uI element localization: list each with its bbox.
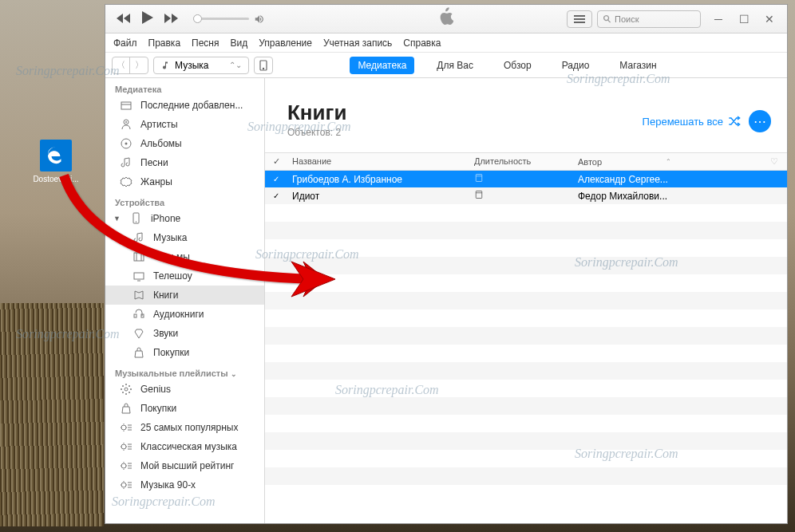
col-author[interactable]: Автор⌃: [578, 156, 761, 167]
svg-rect-45: [476, 175, 482, 182]
empty-row: [265, 380, 787, 397]
sidebar-item-Покупки[interactable]: Покупки: [105, 399, 264, 418]
sidebar-item-Телешоу[interactable]: Телешоу: [105, 266, 264, 286]
sidebar-item-Звуки[interactable]: Звуки: [105, 324, 264, 343]
sidebar-item-Последние добавлен...[interactable]: Последние добавлен...: [105, 96, 264, 115]
volume-slider[interactable]: [193, 18, 249, 20]
svg-point-27: [122, 392, 124, 393]
volume-control[interactable]: [193, 14, 265, 25]
play-button[interactable]: [142, 11, 153, 27]
table-row[interactable]: ✓Грибоедов А. ИзбранноеАлександр Сергее.…: [265, 171, 787, 187]
sidebar-item-Классическая музыка[interactable]: Классическая музыка: [105, 437, 264, 456]
bag-icon: [132, 346, 145, 359]
sidebar-item-Книги[interactable]: Книги: [105, 286, 264, 305]
menu-Учетная запись[interactable]: Учетная запись: [323, 37, 392, 49]
book-icon: [132, 289, 145, 301]
menu-Управление[interactable]: Управление: [259, 37, 312, 49]
empty-row: [265, 327, 787, 345]
search-input[interactable]: Поиск: [597, 10, 701, 28]
phone-icon: [259, 60, 267, 71]
sidebar-section: Устройства: [105, 191, 264, 209]
svg-rect-16: [134, 273, 144, 279]
empty-row: [265, 415, 787, 432]
menu-Песня[interactable]: Песня: [192, 37, 219, 49]
sidebar-item-Genius[interactable]: Genius: [105, 380, 264, 399]
sidebar-item-Аудиокниги[interactable]: Аудиокниги: [105, 305, 264, 324]
apple-logo-icon: [438, 7, 454, 31]
menu-Вид[interactable]: Вид: [231, 37, 248, 49]
close-button[interactable]: ✕: [757, 5, 782, 33]
empty-row: [265, 222, 787, 239]
sidebar-section: Музыкальные плейлисты ⌄: [105, 362, 264, 380]
genius-icon: [120, 383, 132, 396]
content-area: Книги Объектов: 2 Перемешать все ⋯ ✓ Наз…: [265, 78, 787, 523]
forward-button[interactable]: 〉: [130, 57, 148, 73]
empty-row: [265, 397, 787, 415]
tab-Медиатека[interactable]: Медиатека: [350, 57, 414, 74]
menu-Справка[interactable]: Справка: [403, 37, 441, 49]
sidebar-item-Мой высший рейтинг[interactable]: Мой высший рейтинг: [105, 456, 264, 475]
minimize-button[interactable]: ─: [706, 5, 731, 33]
sort-caret-icon: ⌃: [666, 158, 671, 165]
svg-rect-18: [134, 314, 136, 317]
svg-point-26: [129, 385, 130, 387]
desktop-file-icon[interactable]: Dostoevski...: [32, 140, 80, 183]
tab-Магазин[interactable]: Магазин: [611, 57, 664, 74]
col-favorite[interactable]: ♡: [761, 156, 787, 167]
svg-point-25: [122, 385, 124, 387]
sidebar[interactable]: МедиатекаПоследние добавлен...АртистыАль…: [105, 78, 265, 523]
col-duration[interactable]: Длительность: [474, 156, 578, 167]
svg-point-23: [121, 388, 122, 390]
sidebar-item-Фильмы[interactable]: Фильмы: [105, 247, 264, 266]
volume-icon: [254, 14, 265, 25]
media-type-selector[interactable]: Музыка ⌃⌄: [153, 57, 249, 74]
back-button[interactable]: 〈: [113, 57, 130, 73]
sidebar-section: Медиатека: [105, 78, 264, 96]
svg-point-10: [125, 143, 128, 145]
nav-buttons: 〈 〉: [112, 57, 148, 74]
sidebar-item-Покупки[interactable]: Покупки: [105, 343, 264, 362]
device-button[interactable]: [254, 57, 273, 74]
table-body[interactable]: ✓Грибоедов А. ИзбранноеАлександр Сергее.…: [265, 171, 787, 523]
col-check[interactable]: ✓: [265, 156, 287, 167]
playback-controls: [105, 11, 179, 27]
next-button[interactable]: [164, 12, 179, 26]
more-button[interactable]: ⋯: [749, 110, 771, 132]
sidebar-item-Музыка 90-х[interactable]: Музыка 90-х: [105, 475, 264, 495]
sidebar-item-Песни[interactable]: Песни: [105, 153, 264, 172]
chevron-icon: ⌃⌄: [229, 61, 242, 69]
search-icon: [603, 14, 611, 23]
empty-row: [265, 467, 787, 485]
svg-point-29: [121, 425, 126, 430]
menu-Правка[interactable]: Правка: [148, 37, 181, 49]
gear-list-icon: [120, 440, 132, 453]
empty-row: [265, 309, 787, 327]
list-view-button[interactable]: [567, 10, 592, 28]
sidebar-item-Жанры[interactable]: Жанры: [105, 172, 264, 191]
prev-button[interactable]: [117, 12, 131, 26]
sidebar-device[interactable]: ▼iPhone: [105, 209, 264, 228]
table-row[interactable]: ✓ИдиотФедор Михайлови...: [265, 187, 787, 204]
svg-point-28: [129, 392, 130, 393]
sidebar-item-Альбомы[interactable]: Альбомы: [105, 134, 264, 153]
recent-icon: [120, 99, 132, 112]
tab-Радио[interactable]: Радио: [554, 57, 598, 74]
svg-point-41: [121, 483, 126, 487]
col-name[interactable]: Название: [287, 156, 474, 167]
film-icon: [132, 250, 145, 263]
sidebar-item-Музыка[interactable]: Музыка: [105, 228, 264, 247]
maximize-button[interactable]: ☐: [731, 5, 757, 33]
tab-Для Вас[interactable]: Для Вас: [429, 57, 481, 74]
sidebar-item-Артисты[interactable]: Артисты: [105, 115, 264, 134]
tab-Обзор[interactable]: Обзор: [496, 57, 540, 74]
music-icon: [160, 61, 170, 70]
gear-list-icon: [120, 459, 132, 472]
sidebar-item-25 самых популярных[interactable]: 25 самых популярных: [105, 418, 264, 437]
svg-point-20: [125, 388, 128, 391]
main-tabs: МедиатекаДля ВасОбзорРадиоМагазин: [350, 57, 664, 74]
shuffle-all-button[interactable]: Перемешать все: [643, 116, 741, 128]
list-icon: [574, 15, 585, 23]
svg-rect-2: [574, 22, 585, 23]
svg-point-4: [263, 68, 264, 69]
menu-Файл[interactable]: Файл: [113, 37, 137, 49]
